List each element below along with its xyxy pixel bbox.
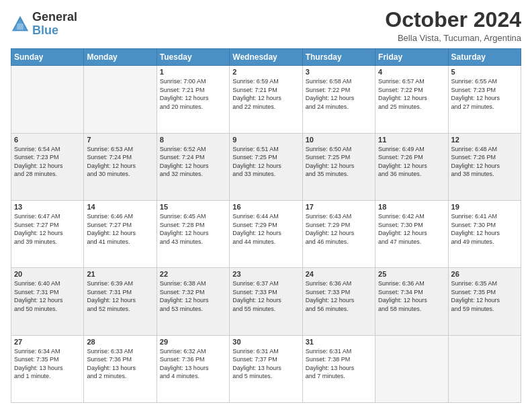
table-row: 25Sunrise: 6:36 AM Sunset: 7:34 PM Dayli… (375, 268, 448, 335)
table-row: 30Sunrise: 6:31 AM Sunset: 7:37 PM Dayli… (230, 335, 302, 402)
table-row: 31Sunrise: 6:31 AM Sunset: 7:38 PM Dayli… (302, 335, 375, 402)
day-info: Sunrise: 6:54 AM Sunset: 7:23 PM Dayligh… (14, 145, 81, 179)
month-title: October 2024 (385, 8, 521, 32)
logo-text: General Blue (32, 11, 77, 38)
day-number: 25 (378, 270, 445, 278)
day-info: Sunrise: 7:00 AM Sunset: 7:21 PM Dayligh… (160, 77, 226, 111)
table-row (375, 335, 448, 402)
header: General Blue October 2024 Bella Vista, T… (11, 8, 521, 43)
day-number: 28 (87, 338, 153, 346)
col-friday: Friday (375, 49, 448, 66)
svg-rect-2 (17, 24, 23, 30)
table-row: 2Sunrise: 6:59 AM Sunset: 7:21 PM Daylig… (230, 66, 302, 133)
table-row: 5Sunrise: 6:55 AM Sunset: 7:23 PM Daylig… (448, 66, 521, 133)
col-wednesday: Wednesday (230, 49, 302, 66)
day-number: 27 (14, 338, 81, 346)
day-info: Sunrise: 6:39 AM Sunset: 7:31 PM Dayligh… (87, 279, 153, 313)
day-number: 23 (232, 270, 299, 278)
table-row: 29Sunrise: 6:32 AM Sunset: 7:36 PM Dayli… (157, 335, 229, 402)
day-number: 8 (160, 136, 226, 144)
day-number: 9 (232, 136, 299, 144)
day-number: 19 (451, 203, 518, 211)
day-info: Sunrise: 6:45 AM Sunset: 7:28 PM Dayligh… (160, 212, 226, 246)
day-info: Sunrise: 6:41 AM Sunset: 7:30 PM Dayligh… (451, 212, 518, 246)
day-info: Sunrise: 6:43 AM Sunset: 7:29 PM Dayligh… (306, 212, 372, 246)
table-row: 21Sunrise: 6:39 AM Sunset: 7:31 PM Dayli… (84, 268, 157, 335)
table-row: 23Sunrise: 6:37 AM Sunset: 7:33 PM Dayli… (230, 268, 302, 335)
day-number: 2 (232, 68, 299, 76)
table-row: 28Sunrise: 6:33 AM Sunset: 7:36 PM Dayli… (84, 335, 157, 402)
table-row: 20Sunrise: 6:40 AM Sunset: 7:31 PM Dayli… (11, 268, 84, 335)
day-info: Sunrise: 6:36 AM Sunset: 7:33 PM Dayligh… (306, 279, 372, 313)
table-row: 24Sunrise: 6:36 AM Sunset: 7:33 PM Dayli… (302, 268, 375, 335)
table-row: 3Sunrise: 6:58 AM Sunset: 7:22 PM Daylig… (302, 66, 375, 133)
calendar-header-row: Sunday Monday Tuesday Wednesday Thursday… (11, 49, 521, 66)
day-info: Sunrise: 6:38 AM Sunset: 7:32 PM Dayligh… (160, 279, 226, 313)
day-number: 4 (378, 68, 445, 76)
table-row: 16Sunrise: 6:44 AM Sunset: 7:29 PM Dayli… (230, 200, 302, 267)
calendar-week-row: 20Sunrise: 6:40 AM Sunset: 7:31 PM Dayli… (11, 268, 521, 335)
day-info: Sunrise: 6:50 AM Sunset: 7:25 PM Dayligh… (306, 145, 372, 179)
day-info: Sunrise: 6:51 AM Sunset: 7:25 PM Dayligh… (232, 145, 299, 179)
table-row (11, 66, 84, 133)
col-thursday: Thursday (302, 49, 375, 66)
day-info: Sunrise: 6:31 AM Sunset: 7:37 PM Dayligh… (232, 347, 299, 381)
logo-general-text: General (32, 11, 77, 24)
table-row: 13Sunrise: 6:47 AM Sunset: 7:27 PM Dayli… (11, 200, 84, 267)
day-number: 29 (160, 338, 226, 346)
day-info: Sunrise: 6:42 AM Sunset: 7:30 PM Dayligh… (378, 212, 445, 246)
day-number: 1 (160, 68, 226, 76)
calendar-week-row: 13Sunrise: 6:47 AM Sunset: 7:27 PM Dayli… (11, 200, 521, 267)
day-number: 31 (306, 338, 372, 346)
day-info: Sunrise: 6:40 AM Sunset: 7:31 PM Dayligh… (14, 279, 81, 313)
day-info: Sunrise: 6:48 AM Sunset: 7:26 PM Dayligh… (451, 145, 518, 179)
day-info: Sunrise: 6:53 AM Sunset: 7:24 PM Dayligh… (87, 145, 153, 179)
day-number: 22 (160, 270, 226, 278)
table-row: 11Sunrise: 6:49 AM Sunset: 7:26 PM Dayli… (375, 133, 448, 200)
day-number: 11 (378, 136, 445, 144)
day-info: Sunrise: 6:57 AM Sunset: 7:22 PM Dayligh… (378, 77, 445, 111)
logo-blue-text: Blue (32, 24, 77, 38)
logo: General Blue (11, 11, 77, 38)
logo-icon (11, 15, 30, 34)
day-number: 12 (451, 136, 518, 144)
calendar-table: Sunday Monday Tuesday Wednesday Thursday… (11, 48, 521, 403)
day-number: 21 (87, 270, 153, 278)
table-row: 18Sunrise: 6:42 AM Sunset: 7:30 PM Dayli… (375, 200, 448, 267)
table-row: 27Sunrise: 6:34 AM Sunset: 7:35 PM Dayli… (11, 335, 84, 402)
day-number: 26 (451, 270, 518, 278)
table-row: 7Sunrise: 6:53 AM Sunset: 7:24 PM Daylig… (84, 133, 157, 200)
day-info: Sunrise: 6:32 AM Sunset: 7:36 PM Dayligh… (160, 347, 226, 381)
table-row: 4Sunrise: 6:57 AM Sunset: 7:22 PM Daylig… (375, 66, 448, 133)
table-row: 15Sunrise: 6:45 AM Sunset: 7:28 PM Dayli… (157, 200, 229, 267)
day-number: 3 (306, 68, 372, 76)
day-number: 20 (14, 270, 81, 278)
day-info: Sunrise: 6:59 AM Sunset: 7:21 PM Dayligh… (232, 77, 299, 111)
day-info: Sunrise: 6:49 AM Sunset: 7:26 PM Dayligh… (378, 145, 445, 179)
day-info: Sunrise: 6:37 AM Sunset: 7:33 PM Dayligh… (232, 279, 299, 313)
table-row: 8Sunrise: 6:52 AM Sunset: 7:24 PM Daylig… (157, 133, 229, 200)
day-info: Sunrise: 6:35 AM Sunset: 7:35 PM Dayligh… (451, 279, 518, 313)
day-number: 15 (160, 203, 226, 211)
day-number: 6 (14, 136, 81, 144)
day-info: Sunrise: 6:46 AM Sunset: 7:27 PM Dayligh… (87, 212, 153, 246)
col-monday: Monday (84, 49, 157, 66)
table-row: 17Sunrise: 6:43 AM Sunset: 7:29 PM Dayli… (302, 200, 375, 267)
day-info: Sunrise: 6:34 AM Sunset: 7:35 PM Dayligh… (14, 347, 81, 381)
day-number: 30 (232, 338, 299, 346)
calendar-week-row: 1Sunrise: 7:00 AM Sunset: 7:21 PM Daylig… (11, 66, 521, 133)
day-info: Sunrise: 6:33 AM Sunset: 7:36 PM Dayligh… (87, 347, 153, 381)
day-number: 5 (451, 68, 518, 76)
day-number: 24 (306, 270, 372, 278)
day-info: Sunrise: 6:36 AM Sunset: 7:34 PM Dayligh… (378, 279, 445, 313)
day-info: Sunrise: 6:47 AM Sunset: 7:27 PM Dayligh… (14, 212, 81, 246)
calendar-week-row: 27Sunrise: 6:34 AM Sunset: 7:35 PM Dayli… (11, 335, 521, 402)
col-saturday: Saturday (448, 49, 521, 66)
table-row: 14Sunrise: 6:46 AM Sunset: 7:27 PM Dayli… (84, 200, 157, 267)
table-row: 26Sunrise: 6:35 AM Sunset: 7:35 PM Dayli… (448, 268, 521, 335)
table-row: 22Sunrise: 6:38 AM Sunset: 7:32 PM Dayli… (157, 268, 229, 335)
day-number: 13 (14, 203, 81, 211)
col-sunday: Sunday (11, 49, 84, 66)
table-row: 1Sunrise: 7:00 AM Sunset: 7:21 PM Daylig… (157, 66, 229, 133)
day-number: 18 (378, 203, 445, 211)
